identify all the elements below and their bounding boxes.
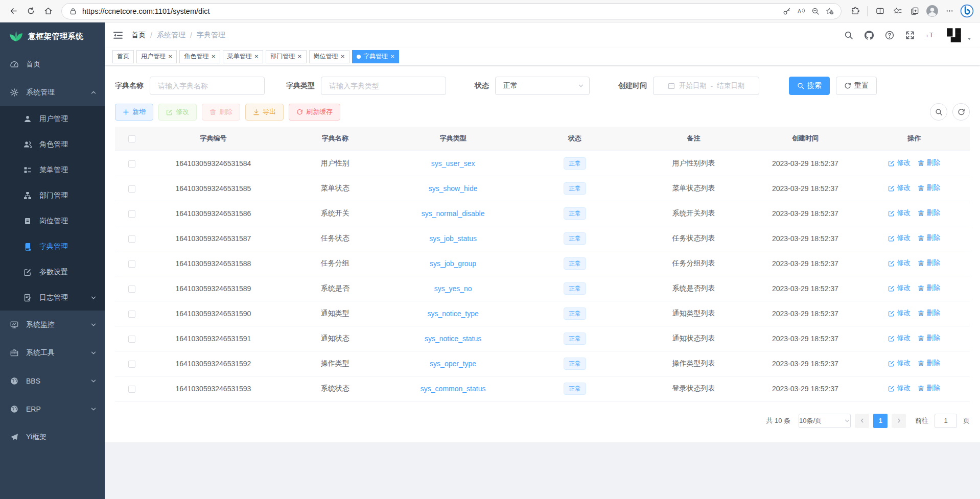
- help-icon[interactable]: [885, 31, 894, 40]
- dict-type-link[interactable]: sys_show_hide: [429, 184, 478, 193]
- edit-row-button[interactable]: 修改: [888, 158, 911, 168]
- delete-row-button[interactable]: 删除: [918, 359, 940, 368]
- edit-row-button[interactable]: 修改: [888, 334, 911, 343]
- caret-down-icon[interactable]: [967, 36, 972, 41]
- row-checkbox[interactable]: [128, 311, 135, 318]
- export-button[interactable]: 导出: [245, 104, 284, 121]
- browser-refresh-icon[interactable]: [22, 3, 39, 19]
- dict-type-link[interactable]: sys_common_status: [421, 385, 486, 393]
- delete-row-button[interactable]: 删除: [918, 208, 940, 218]
- tab-1[interactable]: 首页: [112, 50, 134, 63]
- home-icon[interactable]: [40, 3, 56, 19]
- dict-type-link[interactable]: sys_job_status: [429, 234, 477, 243]
- sidebar-toggle-icon[interactable]: [113, 30, 123, 40]
- sidebar-item-home[interactable]: 首页: [0, 50, 105, 78]
- search-button[interactable]: 搜索: [789, 77, 830, 95]
- row-checkbox[interactable]: [128, 185, 135, 193]
- github-icon[interactable]: [865, 31, 874, 40]
- tab-5[interactable]: 部门管理✕: [266, 50, 306, 63]
- edit-row-button[interactable]: 修改: [888, 384, 911, 393]
- edit-row-button[interactable]: 修改: [888, 183, 911, 193]
- reset-button[interactable]: 重置: [836, 77, 877, 95]
- delete-row-button[interactable]: 删除: [918, 308, 940, 318]
- edit-row-button[interactable]: 修改: [888, 359, 911, 368]
- back-icon[interactable]: [5, 3, 21, 19]
- breadcrumb-item[interactable]: 首页: [131, 31, 146, 40]
- copilot-icon[interactable]: [959, 3, 975, 19]
- dict-type-link[interactable]: sys_oper_type: [430, 360, 476, 368]
- more-menu-icon[interactable]: [941, 3, 958, 19]
- delete-row-button[interactable]: 删除: [918, 233, 940, 243]
- page-size-select[interactable]: 10条/页: [799, 414, 851, 428]
- sidebar-item-dept-mgmt[interactable]: 部门管理: [0, 183, 105, 208]
- sidebar-item-role-mgmt[interactable]: 角色管理: [0, 132, 105, 157]
- delete-row-button[interactable]: 删除: [918, 258, 940, 268]
- sidebar-item-menu-mgmt[interactable]: 菜单管理: [0, 157, 105, 183]
- tab-4[interactable]: 菜单管理✕: [223, 50, 263, 63]
- add-button[interactable]: 新增: [115, 104, 153, 121]
- browser-profile-avatar[interactable]: [924, 3, 940, 19]
- delete-row-button[interactable]: 删除: [918, 158, 940, 168]
- row-checkbox[interactable]: [128, 260, 135, 268]
- extensions-icon[interactable]: [847, 3, 863, 19]
- edit-row-button[interactable]: 修改: [888, 283, 911, 293]
- refresh-table-button[interactable]: [952, 103, 970, 121]
- row-checkbox[interactable]: [128, 210, 135, 218]
- next-page-button[interactable]: [892, 414, 906, 428]
- row-checkbox[interactable]: [128, 386, 135, 393]
- dict-type-link[interactable]: sys_normal_disable: [422, 209, 485, 218]
- sidebar-item-monitor[interactable]: 系统监控: [0, 311, 105, 339]
- zoom-out-icon[interactable]: [808, 5, 823, 18]
- goto-page-input[interactable]: [935, 414, 957, 428]
- tab-close-icon[interactable]: ✕: [390, 54, 394, 59]
- delete-row-button[interactable]: 删除: [918, 283, 940, 293]
- delete-button[interactable]: 删除: [202, 104, 240, 121]
- user-avatar[interactable]: [946, 28, 962, 43]
- font-size-icon[interactable]: TT: [926, 31, 935, 40]
- prev-page-button[interactable]: [855, 414, 869, 428]
- sidebar-item-bbs[interactable]: BBS: [0, 367, 105, 395]
- sidebar-item-param-settings[interactable]: 参数设置: [0, 259, 105, 285]
- tab-close-icon[interactable]: ✕: [211, 54, 215, 59]
- delete-row-button[interactable]: 删除: [918, 334, 940, 343]
- fullscreen-icon[interactable]: [905, 31, 915, 40]
- address-bar[interactable]: https://ccnetcore.com:1101/system/dict A: [61, 3, 842, 19]
- sidebar-item-tools[interactable]: 系统工具: [0, 339, 105, 367]
- toggle-search-button[interactable]: [930, 103, 947, 121]
- delete-row-button[interactable]: 删除: [918, 384, 940, 393]
- tab-2[interactable]: 用户管理✕: [136, 50, 177, 63]
- read-aloud-icon[interactable]: A: [794, 5, 808, 18]
- row-checkbox[interactable]: [128, 160, 135, 168]
- edit-row-button[interactable]: 修改: [888, 208, 911, 218]
- edit-button[interactable]: 修改: [158, 104, 197, 121]
- tab-close-icon[interactable]: ✕: [168, 54, 172, 59]
- row-checkbox[interactable]: [128, 336, 135, 343]
- dict-type-link[interactable]: sys_yes_no: [434, 284, 472, 293]
- sidebar-item-post-mgmt[interactable]: 岗位管理: [0, 208, 105, 234]
- sidebar-item-user-mgmt[interactable]: 用户管理: [0, 106, 105, 132]
- row-checkbox[interactable]: [128, 286, 135, 293]
- favorite-star-icon[interactable]: [823, 5, 837, 18]
- sidebar-item-dict-mgmt[interactable]: 字典管理: [0, 234, 105, 259]
- date-range-picker[interactable]: 开始日期 - 结束日期: [653, 77, 759, 95]
- dict-type-input[interactable]: [321, 77, 446, 95]
- sidebar-item-system[interactable]: 系统管理: [0, 78, 105, 106]
- favorites-icon[interactable]: [889, 3, 905, 19]
- tab-7[interactable]: 字典管理✕: [352, 50, 399, 63]
- status-select[interactable]: 正常: [495, 77, 590, 95]
- split-screen-icon[interactable]: [872, 3, 888, 19]
- select-all-checkbox[interactable]: [128, 135, 135, 142]
- refresh-cache-button[interactable]: 刷新缓存: [289, 104, 340, 121]
- dict-type-link[interactable]: sys_user_sex: [431, 159, 475, 168]
- tab-3[interactable]: 角色管理✕: [179, 50, 220, 63]
- tab-close-icon[interactable]: ✕: [297, 54, 301, 59]
- row-checkbox[interactable]: [128, 361, 135, 368]
- tab-close-icon[interactable]: ✕: [254, 54, 259, 59]
- delete-row-button[interactable]: 删除: [918, 183, 940, 193]
- password-key-icon[interactable]: [780, 5, 794, 18]
- edit-row-button[interactable]: 修改: [888, 258, 911, 268]
- page-number-button[interactable]: 1: [873, 414, 888, 428]
- collections-icon[interactable]: [906, 3, 923, 19]
- dict-name-input[interactable]: [150, 77, 265, 95]
- dict-type-link[interactable]: sys_job_group: [430, 259, 476, 268]
